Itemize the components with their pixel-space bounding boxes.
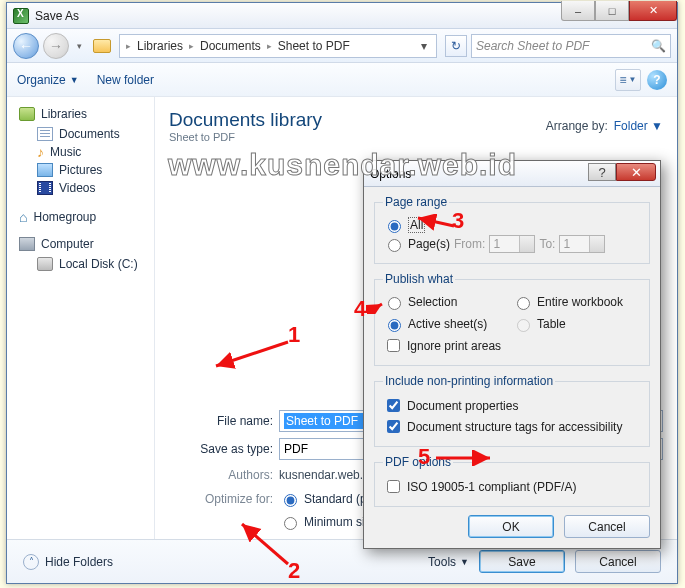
refresh-button[interactable]: ↻	[445, 35, 467, 57]
dialog-help-button[interactable]: ?	[588, 163, 616, 181]
checkbox-icon[interactable]	[387, 339, 400, 352]
close-button[interactable]: ✕	[629, 1, 677, 21]
radio-icon[interactable]	[388, 220, 401, 233]
publish-selection-radio[interactable]: Selection	[383, 294, 512, 310]
radio-icon[interactable]	[517, 297, 530, 310]
view-mode-button[interactable]: ≡▼	[615, 69, 641, 91]
ok-button[interactable]: OK	[468, 515, 554, 538]
disk-icon	[37, 257, 53, 271]
dialog-body: Page range All Page(s) From: 1 To: 1 Pub…	[364, 187, 660, 548]
radio-icon[interactable]	[284, 494, 297, 507]
group-legend: Publish what	[383, 272, 455, 286]
history-dropdown[interactable]: ▾	[73, 41, 85, 51]
chevron-down-icon: ▼	[629, 75, 637, 84]
radio-label: Entire workbook	[537, 295, 623, 309]
iso-compliant-checkbox[interactable]: ISO 19005-1 compliant (PDF/A)	[383, 477, 641, 496]
checkbox-label: Document structure tags for accessibilit…	[407, 420, 622, 434]
radio-icon[interactable]	[388, 297, 401, 310]
radio-icon[interactable]	[284, 517, 297, 530]
document-icon	[37, 127, 53, 141]
sidebar-label: Videos	[59, 181, 95, 195]
maximize-button[interactable]: □	[595, 1, 629, 21]
homegroup-icon: ⌂	[19, 209, 27, 225]
sidebar-computer[interactable]: Computer	[19, 237, 150, 251]
page-range-all-radio[interactable]: All	[383, 217, 641, 233]
back-button[interactable]: ←	[13, 33, 39, 59]
publish-active-sheets-radio[interactable]: Active sheet(s)	[383, 316, 512, 332]
dialog-cancel-button[interactable]: Cancel	[564, 515, 650, 538]
cancel-button[interactable]: Cancel	[575, 550, 661, 573]
chevron-right-icon: ▸	[265, 41, 274, 51]
chevron-up-icon: ˄	[23, 554, 39, 570]
breadcrumb-segment[interactable]: Sheet to PDF	[276, 39, 352, 53]
hide-folders-label: Hide Folders	[45, 555, 113, 569]
sidebar-item-local-disk[interactable]: Local Disk (C:)	[19, 255, 150, 273]
checkbox-icon[interactable]	[387, 420, 400, 433]
page-range-pages-radio[interactable]: Page(s) From: 1 To: 1	[383, 235, 641, 253]
publish-table-radio: Table	[512, 316, 641, 332]
help-button[interactable]: ?	[647, 70, 667, 90]
search-icon: 🔍	[651, 39, 666, 53]
breadcrumb[interactable]: ▸ Libraries ▸ Documents ▸ Sheet to PDF ▾	[119, 34, 437, 58]
pdf-options-group: PDF options ISO 19005-1 compliant (PDF/A…	[374, 455, 650, 507]
dialog-close-button[interactable]: ✕	[616, 163, 656, 181]
sidebar-item-videos[interactable]: Videos	[19, 179, 150, 197]
hide-folders-button[interactable]: ˄ Hide Folders	[23, 554, 113, 570]
tools-menu[interactable]: Tools▼	[428, 555, 469, 569]
options-dialog: Options ? ✕ Page range All Page(s) From:…	[363, 160, 661, 549]
authors-value[interactable]: kusnendar.web.id	[279, 468, 372, 482]
sidebar-homegroup[interactable]: ⌂Homegroup	[19, 209, 150, 225]
tools-label: Tools	[428, 555, 456, 569]
chevron-right-icon: ▸	[124, 41, 133, 51]
group-legend: Include non-printing information	[383, 374, 555, 388]
chevron-down-icon: ▼	[70, 75, 79, 85]
app-icon	[13, 8, 29, 24]
save-button[interactable]: Save	[479, 550, 565, 573]
radio-icon[interactable]	[388, 239, 401, 252]
publish-entire-workbook-radio[interactable]: Entire workbook	[512, 294, 641, 310]
to-spinner: 1	[559, 235, 605, 253]
checkbox-icon[interactable]	[387, 480, 400, 493]
radio-label: Page(s)	[408, 237, 450, 251]
music-icon: ♪	[37, 146, 44, 158]
ignore-print-areas-checkbox[interactable]: Ignore print areas	[383, 336, 641, 355]
breadcrumb-segment[interactable]: Libraries	[135, 39, 185, 53]
to-label: To:	[539, 237, 555, 251]
breadcrumb-dropdown[interactable]: ▾	[416, 39, 432, 53]
arrange-by: Arrange by: Folder ▼	[546, 119, 663, 133]
group-legend: PDF options	[383, 455, 453, 469]
structure-tags-checkbox[interactable]: Document structure tags for accessibilit…	[383, 417, 641, 436]
sidebar-libraries[interactable]: Libraries	[19, 107, 150, 121]
breadcrumb-segment[interactable]: Documents	[198, 39, 263, 53]
organize-label: Organize	[17, 73, 66, 87]
publish-what-group: Publish what Selection Entire workbook A…	[374, 272, 650, 366]
titlebar: Save As – □ ✕	[7, 3, 677, 29]
folder-icon	[93, 39, 111, 53]
radio-label: Table	[537, 317, 566, 331]
minimize-button[interactable]: –	[561, 1, 595, 21]
sidebar-label: Homegroup	[33, 210, 96, 224]
radio-icon[interactable]	[388, 319, 401, 332]
sidebar: Libraries Documents ♪Music Pictures Vide…	[7, 97, 155, 583]
forward-button[interactable]: →	[43, 33, 69, 59]
checkbox-icon[interactable]	[387, 399, 400, 412]
doc-properties-checkbox[interactable]: Document properties	[383, 396, 641, 415]
authors-label: Authors:	[167, 468, 273, 482]
list-icon: ≡	[620, 73, 627, 87]
watermark-text: www.kusnendar.web.id	[168, 148, 517, 182]
videos-icon	[37, 181, 53, 195]
nav-bar: ← → ▾ ▸ Libraries ▸ Documents ▸ Sheet to…	[7, 29, 677, 63]
sidebar-label: Pictures	[59, 163, 102, 177]
toolbar: Organize ▼ New folder ≡▼ ?	[7, 63, 677, 97]
sidebar-item-documents[interactable]: Documents	[19, 125, 150, 143]
sidebar-item-pictures[interactable]: Pictures	[19, 161, 150, 179]
sidebar-item-music[interactable]: ♪Music	[19, 143, 150, 161]
organize-menu[interactable]: Organize ▼	[17, 73, 79, 87]
arrange-label: Arrange by:	[546, 119, 608, 133]
search-input[interactable]: Search Sheet to PDF 🔍	[471, 34, 671, 58]
new-folder-button[interactable]: New folder	[97, 73, 154, 87]
arrange-value[interactable]: Folder ▼	[614, 119, 663, 133]
search-placeholder: Search Sheet to PDF	[476, 39, 589, 53]
sidebar-label: Local Disk (C:)	[59, 257, 138, 271]
sidebar-label: Music	[50, 145, 81, 159]
